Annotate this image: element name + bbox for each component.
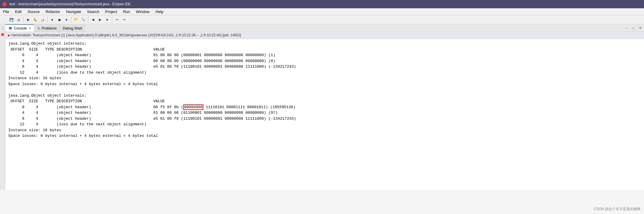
menu-edit[interactable]: Edit: [12, 9, 24, 14]
main-layout: ⬜ 🔴 💻 Console ✕ ⚠ Problems Debug Shell ─…: [0, 24, 644, 190]
toolbar-dropdown2[interactable]: ▼: [63, 17, 70, 23]
toolbar-sep-5: [112, 17, 112, 23]
toolbar-search-btn[interactable]: 🔍: [80, 17, 86, 23]
menu-search[interactable]: Search: [84, 9, 102, 14]
tab-console-icon: 💻: [8, 26, 12, 30]
tab-console[interactable]: 💻 Console ✕: [5, 24, 34, 32]
tab-problems-icon: ⚠: [37, 26, 40, 30]
toolbar-coverage-btn[interactable]: 📊: [39, 17, 46, 23]
tab-maximize-btn[interactable]: □: [630, 24, 637, 32]
menu-help[interactable]: Help: [153, 9, 166, 14]
title-bar-icon: 🔴: [2, 2, 7, 7]
tab-debugshell-label: Debug Shell: [63, 26, 82, 30]
menu-run[interactable]: Run: [120, 9, 133, 14]
menu-refactor[interactable]: Refactor: [43, 9, 63, 14]
tab-bar: 💻 Console ✕ ⚠ Problems Debug Shell ─ □ ✕: [5, 24, 644, 32]
toolbar-redo-btn[interactable]: ↪: [121, 17, 127, 23]
tab-minimize-btn[interactable]: ─: [623, 24, 630, 32]
toolbar-sep-2: [47, 17, 48, 23]
toolbar-back-btn[interactable]: ◀: [90, 17, 96, 23]
menu-source[interactable]: Source: [24, 9, 43, 14]
toolbar: 📄 💾 🖨 ▶ 🐛 📊 ▼ ⏹ ▼ 📂 🔍 ◀ ▶ ▼ ↩ ↪: [0, 15, 644, 24]
toolbar-debug-btn[interactable]: 🐛: [32, 17, 39, 23]
toolbar-sep-3: [71, 17, 71, 23]
tab-close-view-btn[interactable]: ✕: [637, 24, 644, 32]
toolbar-save-btn[interactable]: 💾: [8, 17, 15, 23]
left-icon-console[interactable]: ⬜: [1, 26, 5, 30]
toolbar-open-btn[interactable]: 📂: [73, 17, 79, 23]
title-bar: 🔴 test - test/src/main/java/testsynchron…: [0, 0, 644, 8]
toolbar-run-dropdown[interactable]: ▼: [49, 17, 55, 23]
toolbar-nav-dropdown[interactable]: ▼: [104, 17, 110, 23]
tab-problems[interactable]: ⚠ Problems: [34, 24, 60, 32]
left-icon-bar: ⬜ 🔴: [0, 24, 5, 190]
menu-bar: File Edit Source Refactor Navigate Searc…: [0, 8, 644, 15]
left-icon-debug[interactable]: 🔴: [1, 33, 5, 37]
tab-spacer: [85, 24, 623, 32]
toolbar-forward-btn[interactable]: ▶: [97, 17, 103, 23]
toolbar-new-btn[interactable]: 📄: [1, 17, 8, 23]
toolbar-print-btn[interactable]: 🖨: [15, 17, 22, 23]
console-header-text: <terminated> Testsynchronized (1) [Java …: [11, 33, 241, 38]
menu-project[interactable]: Project: [102, 9, 120, 14]
toolbar-stop-btn[interactable]: ⏹: [56, 17, 63, 23]
toolbar-run-btn[interactable]: ▶: [25, 17, 32, 23]
menu-file[interactable]: File: [0, 9, 12, 14]
highlighted-value: 00000000: [183, 104, 203, 110]
toolbar-sep-4: [88, 17, 88, 23]
toolbar-undo-btn[interactable]: ↩: [114, 17, 120, 23]
console-header: ■ <terminated> Testsynchronized (1) [Jav…: [5, 32, 644, 39]
toolbar-sep-1: [23, 17, 24, 23]
menu-navigate[interactable]: Navigate: [63, 9, 84, 14]
terminated-icon: ■: [8, 34, 9, 37]
menu-window[interactable]: Window: [133, 9, 153, 14]
watermark: CSDN @起个名字是真的难啊: [594, 207, 640, 212]
tab-debugshell[interactable]: Debug Shell: [60, 24, 85, 32]
tab-console-label: Console: [14, 26, 27, 30]
console-content[interactable]: java.lang.Object object internals: OFFSE…: [5, 39, 644, 190]
tab-problems-label: Problems: [42, 26, 57, 30]
console-area: 💻 Console ✕ ⚠ Problems Debug Shell ─ □ ✕…: [5, 24, 644, 190]
tab-console-close[interactable]: ✕: [28, 26, 31, 30]
title-bar-text: test - test/src/main/java/testsynchroniz…: [9, 2, 131, 6]
